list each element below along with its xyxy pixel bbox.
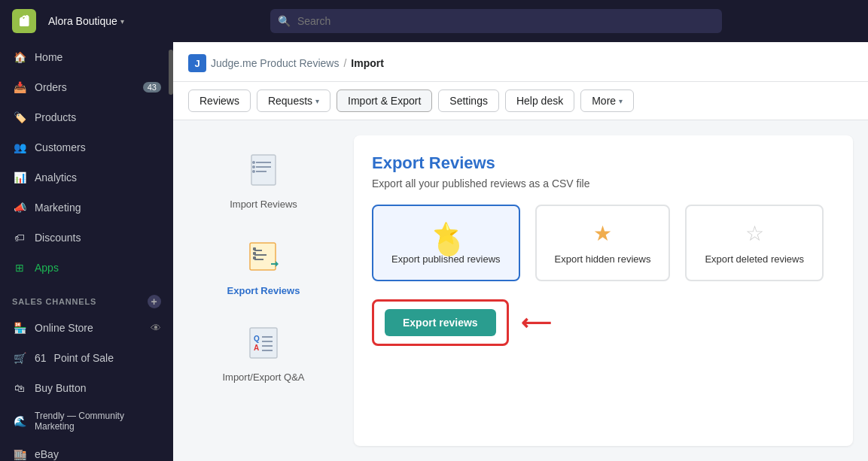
tab-help-desk[interactable]: Help desk xyxy=(505,89,574,112)
discounts-icon: 🏷 xyxy=(12,230,27,245)
svg-rect-13 xyxy=(253,256,256,259)
sidebar: 🏠 Home 📥 Orders 43 🏷️ Products 👥 Custome… xyxy=(0,42,173,461)
store-name[interactable]: Alora Boutique ▾ xyxy=(48,15,124,27)
sales-channels-label: SALES CHANNELS + xyxy=(0,283,173,313)
sidebar-item-ebay[interactable]: 🏬 eBay xyxy=(0,439,173,461)
topbar: Alora Boutique ▾ 🔍 xyxy=(0,0,868,42)
breadcrumb-separator: / xyxy=(343,57,346,69)
buy-button-icon: 🛍 xyxy=(12,381,27,396)
page-sidebar-import-reviews[interactable]: Import Reviews xyxy=(188,135,339,222)
svg-marker-15 xyxy=(276,261,279,267)
sidebar-item-marketing[interactable]: 📣 Marketing xyxy=(0,193,173,223)
export-title: Export Reviews xyxy=(372,153,835,173)
svg-point-6 xyxy=(252,170,255,173)
orders-icon: 📥 xyxy=(12,80,27,95)
tab-reviews[interactable]: Reviews xyxy=(188,89,251,112)
import-reviews-icon-box xyxy=(241,147,286,193)
hidden-star-icon: ★ xyxy=(593,221,612,246)
apps-icon: ⊞ xyxy=(12,260,27,275)
hidden-option-label: Export hidden reviews xyxy=(555,253,651,265)
pos-icon: 🛒 xyxy=(12,350,27,365)
export-subtitle: Export all your published reviews as a C… xyxy=(372,177,835,190)
requests-chevron-icon: ▾ xyxy=(315,97,319,105)
tab-requests[interactable]: Requests ▾ xyxy=(257,89,330,112)
ebay-icon: 🏬 xyxy=(12,447,27,461)
sidebar-item-discounts[interactable]: 🏷 Discounts xyxy=(0,223,173,253)
main-panel: Export Reviews Export all your published… xyxy=(354,135,853,446)
shopify-logo xyxy=(12,9,36,33)
page-content: Import Reviews xyxy=(173,120,868,461)
export-reviews-button[interactable]: Export reviews xyxy=(385,309,496,336)
svg-rect-11 xyxy=(253,247,256,250)
marketing-icon: 📣 xyxy=(12,200,27,215)
breadcrumb: J Judge.me Product Reviews / Import xyxy=(173,42,868,82)
svg-point-4 xyxy=(252,161,255,164)
tab-settings[interactable]: Settings xyxy=(438,89,499,112)
qa-icon-box: Q A xyxy=(241,320,286,365)
breadcrumb-current: Import xyxy=(351,57,384,69)
sidebar-item-products[interactable]: 🏷️ Products xyxy=(0,102,173,132)
sidebar-item-apps[interactable]: ⊞ Apps xyxy=(0,253,173,283)
sidebar-item-point-of-sale[interactable]: 🛒 61 Point of Sale xyxy=(0,343,173,373)
export-hidden-option[interactable]: ★ Export hidden reviews xyxy=(535,205,671,281)
sidebar-item-orders[interactable]: 📥 Orders 43 xyxy=(0,72,173,102)
analytics-icon: 📊 xyxy=(12,170,27,185)
svg-rect-16 xyxy=(250,328,277,358)
export-reviews-label: Export Reviews xyxy=(227,285,300,296)
export-options: ⭐ Export published reviews ★ Export hidd… xyxy=(372,205,835,281)
import-reviews-label: Import Reviews xyxy=(230,199,297,210)
qa-label: Import/Export Q&A xyxy=(222,372,304,383)
sidebar-item-buy-button[interactable]: 🛍 Buy Button xyxy=(0,373,173,403)
export-action-area: Export reviews ⟵ xyxy=(372,299,835,346)
eye-icon: 👁 xyxy=(151,322,161,334)
sidebar-item-customers[interactable]: 👥 Customers xyxy=(0,132,173,162)
content-area: J Judge.me Product Reviews / Import Revi… xyxy=(173,42,868,461)
search-input[interactable] xyxy=(270,9,722,33)
tab-import-export[interactable]: Import & Export xyxy=(337,89,432,112)
tab-more[interactable]: More ▾ xyxy=(580,89,634,112)
judge-me-logo: J xyxy=(188,54,206,72)
trendly-icon: 🌊 xyxy=(12,414,27,429)
arrow-icon: ⟵ xyxy=(521,311,551,335)
svg-point-5 xyxy=(252,165,255,168)
sidebar-item-online-store[interactable]: 🏪 Online Store 👁 xyxy=(0,313,173,343)
orders-badge: 43 xyxy=(143,82,161,93)
svg-text:A: A xyxy=(254,344,259,352)
customers-icon: 👥 xyxy=(12,140,27,155)
svg-rect-0 xyxy=(251,155,276,185)
published-star-icon: ⭐ xyxy=(433,221,459,246)
export-deleted-option[interactable]: ☆ Export deleted reviews xyxy=(685,205,824,281)
page-sidebar-export-reviews[interactable]: Export Reviews xyxy=(188,222,339,308)
deleted-option-label: Export deleted reviews xyxy=(705,253,804,265)
svg-text:Q: Q xyxy=(254,335,260,343)
export-button-container: Export reviews xyxy=(372,299,509,346)
products-icon: 🏷️ xyxy=(12,110,27,125)
published-option-label: Export published reviews xyxy=(391,253,501,265)
deleted-star-icon: ☆ xyxy=(745,221,764,246)
sidebar-item-analytics[interactable]: 📊 Analytics xyxy=(0,162,173,193)
main-layout: 🏠 Home 📥 Orders 43 🏷️ Products 👥 Custome… xyxy=(0,42,868,461)
search-icon: 🔍 xyxy=(278,15,291,27)
sidebar-item-home[interactable]: 🏠 Home xyxy=(0,42,173,72)
more-chevron-icon: ▾ xyxy=(619,97,623,105)
store-chevron-icon: ▾ xyxy=(120,17,124,26)
page-sidebar-qa[interactable]: Q A Import/Export Q&A xyxy=(188,308,339,395)
add-sales-channel-button[interactable]: + xyxy=(148,295,161,308)
home-icon: 🏠 xyxy=(12,50,27,65)
tab-bar: Reviews Requests ▾ Import & Export Setti… xyxy=(173,82,868,120)
svg-rect-12 xyxy=(253,252,256,255)
export-published-option[interactable]: ⭐ Export published reviews xyxy=(372,205,520,281)
online-store-icon: 🏪 xyxy=(12,320,27,335)
search-bar[interactable]: 🔍 xyxy=(270,9,722,33)
sidebar-item-trendly[interactable]: 🌊 Trendly — Community Marketing xyxy=(0,403,173,439)
export-reviews-icon-box xyxy=(241,234,286,279)
page-sidebar: Import Reviews xyxy=(188,135,339,446)
